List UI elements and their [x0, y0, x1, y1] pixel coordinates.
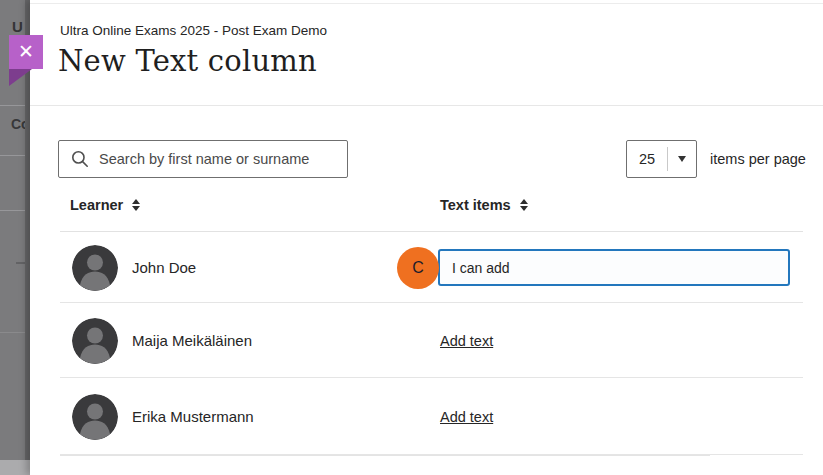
learner-table: John Doe C Maija Meikäläinen Add text — [30, 232, 823, 455]
backdrop-footer-fragment — [0, 460, 30, 475]
header-divider — [30, 105, 823, 106]
table-row: John Doe C — [30, 232, 823, 303]
table-row: Maija Meikäläinen Add text — [30, 303, 823, 378]
search-icon — [71, 150, 89, 168]
page-title: New Text column — [58, 44, 317, 78]
column-header-text-items-label: Text items — [440, 197, 511, 213]
annotation-badge: C — [397, 247, 439, 289]
panel-top-hairline — [30, 3, 823, 4]
add-text-link[interactable]: Add text — [440, 333, 493, 349]
sort-icon — [132, 199, 140, 211]
person-silhouette-icon — [72, 245, 118, 291]
page-size-value: 25 — [627, 151, 667, 167]
avatar — [72, 318, 118, 364]
close-button-ribbon-fold — [9, 69, 32, 86]
search-input[interactable] — [99, 151, 337, 167]
column-header-learner-label: Learner — [70, 197, 123, 213]
close-icon: ✕ — [18, 41, 34, 62]
chevron-down-icon — [678, 156, 686, 162]
person-silhouette-icon — [72, 394, 118, 440]
page-size-select[interactable]: 25 — [626, 140, 697, 178]
backdrop-page-title-fragment: U — [12, 18, 23, 35]
new-text-column-panel: Ultra Online Exams 2025 - Post Exam Demo… — [30, 0, 823, 475]
page-size-separator — [667, 147, 668, 171]
table-row: Erika Mustermann Add text — [30, 378, 823, 455]
avatar — [72, 394, 118, 440]
close-button[interactable]: ✕ — [9, 35, 43, 69]
column-header-text-items[interactable]: Text items — [440, 197, 528, 213]
avatar — [72, 245, 118, 291]
add-text-link[interactable]: Add text — [440, 409, 493, 425]
learner-name: Erika Mustermann — [132, 408, 254, 425]
footer-divider — [60, 455, 710, 456]
learner-name: John Doe — [132, 259, 196, 276]
breadcrumb: Ultra Online Exams 2025 - Post Exam Demo — [60, 23, 327, 38]
person-silhouette-icon — [72, 318, 118, 364]
sort-icon — [520, 199, 528, 211]
screen: U Co Ultra Online Exams 2025 - Post Exam… — [0, 0, 823, 475]
page-size-label: items per page — [710, 151, 806, 167]
search-box[interactable] — [58, 140, 348, 178]
text-item-input[interactable] — [438, 249, 790, 286]
learner-name: Maija Meikäläinen — [132, 332, 252, 349]
column-header-learner[interactable]: Learner — [70, 197, 140, 213]
